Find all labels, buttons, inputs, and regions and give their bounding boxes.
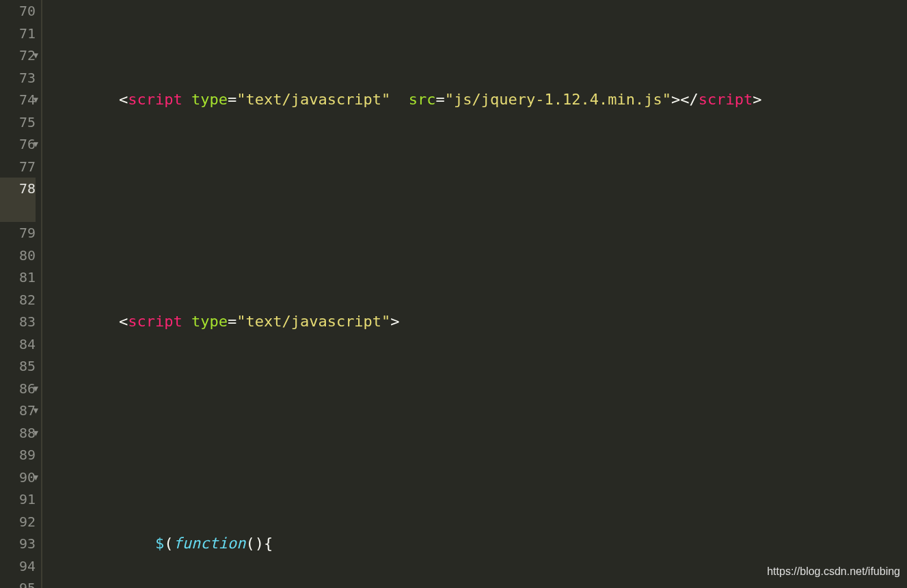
line-number: 81 bbox=[0, 266, 36, 289]
code-line[interactable] bbox=[46, 422, 907, 445]
fold-icon[interactable]: ▼ bbox=[33, 400, 38, 422]
line-number: 85 bbox=[0, 355, 36, 378]
code-area[interactable]: <script type="text/javascript" src="js/j… bbox=[42, 0, 907, 588]
line-number: 93 bbox=[0, 533, 36, 555]
line-number: 73 bbox=[0, 67, 36, 89]
line-number: 90▼ bbox=[0, 466, 36, 489]
line-number: 70 bbox=[0, 0, 36, 23]
line-number: 95 bbox=[0, 577, 36, 588]
line-number: 91 bbox=[0, 488, 36, 511]
line-number: 86▼ bbox=[0, 378, 36, 400]
line-number: 89 bbox=[0, 444, 36, 466]
fold-icon[interactable]: ▼ bbox=[33, 44, 38, 67]
line-number: 82 bbox=[0, 289, 36, 311]
fold-icon[interactable]: ▼ bbox=[33, 466, 38, 489]
line-number: 74▼ bbox=[0, 89, 36, 111]
code-editor[interactable]: 707172▼7374▼7576▼77787980818283848586▼87… bbox=[0, 0, 907, 588]
code-line[interactable]: <script type="text/javascript"> bbox=[46, 311, 907, 333]
line-number: 72▼ bbox=[0, 44, 36, 67]
line-number: 88▼ bbox=[0, 422, 36, 445]
line-number-gutter: 707172▼7374▼7576▼77787980818283848586▼87… bbox=[0, 0, 41, 588]
fold-icon[interactable]: ▼ bbox=[33, 89, 38, 111]
code-line[interactable]: <script type="text/javascript" src="js/j… bbox=[46, 89, 907, 111]
line-number: 77 bbox=[0, 156, 36, 178]
code-line[interactable]: $(function(){ bbox=[46, 533, 907, 555]
line-number: 76▼ bbox=[0, 133, 36, 156]
line-number: 94 bbox=[0, 555, 36, 578]
line-number: 71 bbox=[0, 23, 36, 45]
line-number: 83 bbox=[0, 311, 36, 333]
code-line[interactable] bbox=[46, 200, 907, 223]
line-number: 92 bbox=[0, 511, 36, 533]
line-number: 75 bbox=[0, 111, 36, 134]
line-number: 84 bbox=[0, 333, 36, 356]
line-number: 79 bbox=[0, 222, 36, 244]
fold-icon[interactable]: ▼ bbox=[33, 422, 38, 445]
line-number: 87▼ bbox=[0, 400, 36, 422]
line-number-wrap bbox=[0, 200, 36, 223]
watermark-text: https://blog.csdn.net/ifubing bbox=[767, 561, 900, 583]
fold-icon[interactable]: ▼ bbox=[33, 378, 38, 400]
line-number: 78 bbox=[0, 178, 36, 200]
fold-icon[interactable]: ▼ bbox=[33, 133, 38, 156]
line-number: 80 bbox=[0, 244, 36, 267]
